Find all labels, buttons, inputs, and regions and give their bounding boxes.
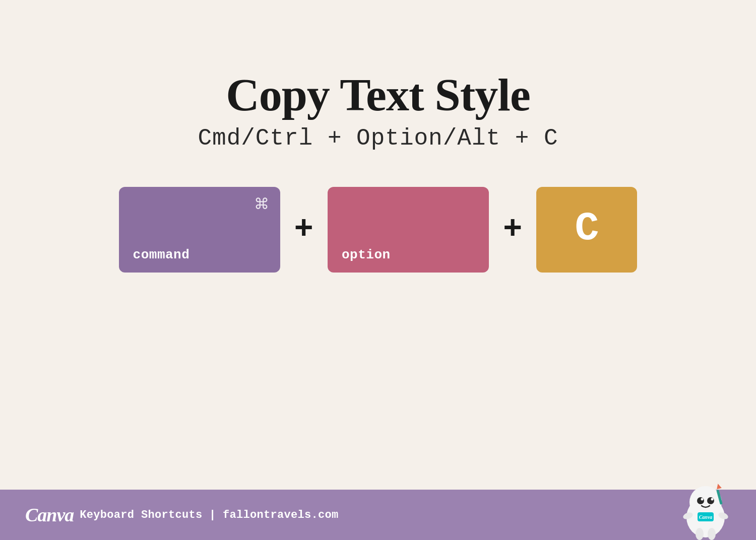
svg-point-8 <box>696 528 704 540</box>
svg-point-5 <box>711 498 714 501</box>
svg-point-3 <box>707 497 714 504</box>
c-letter: C <box>575 206 599 251</box>
mascot-svg: Canva <box>675 475 736 540</box>
svg-point-9 <box>708 528 716 540</box>
plus-sign-1: + <box>294 212 313 248</box>
plus-sign-2: + <box>503 212 522 248</box>
svg-point-4 <box>701 498 704 501</box>
key-option: option <box>328 187 489 273</box>
key-command: ⌘ command <box>119 187 280 273</box>
svg-point-2 <box>697 497 704 504</box>
option-label: option <box>342 247 391 262</box>
command-label: command <box>133 247 190 262</box>
canva-logo: Canva <box>25 504 74 526</box>
command-icon: ⌘ <box>254 195 269 213</box>
footer: Canva Keyboard Shortcuts | fallontravels… <box>0 490 756 540</box>
footer-left: Canva Keyboard Shortcuts | fallontravels… <box>25 504 338 526</box>
key-c: C <box>536 187 637 273</box>
page-subtitle: Cmd/Ctrl + Option/Alt + C <box>198 125 558 152</box>
page-title: Copy Text Style <box>226 71 530 119</box>
main-content: Copy Text Style Cmd/Ctrl + Option/Alt + … <box>0 0 756 273</box>
keys-row: ⌘ command + option + C <box>119 187 638 273</box>
mascot-container: Canva <box>675 475 736 540</box>
footer-text: Keyboard Shortcuts | fallontravels.com <box>80 509 338 521</box>
svg-marker-13 <box>716 483 722 489</box>
svg-text:Canva: Canva <box>699 514 713 520</box>
